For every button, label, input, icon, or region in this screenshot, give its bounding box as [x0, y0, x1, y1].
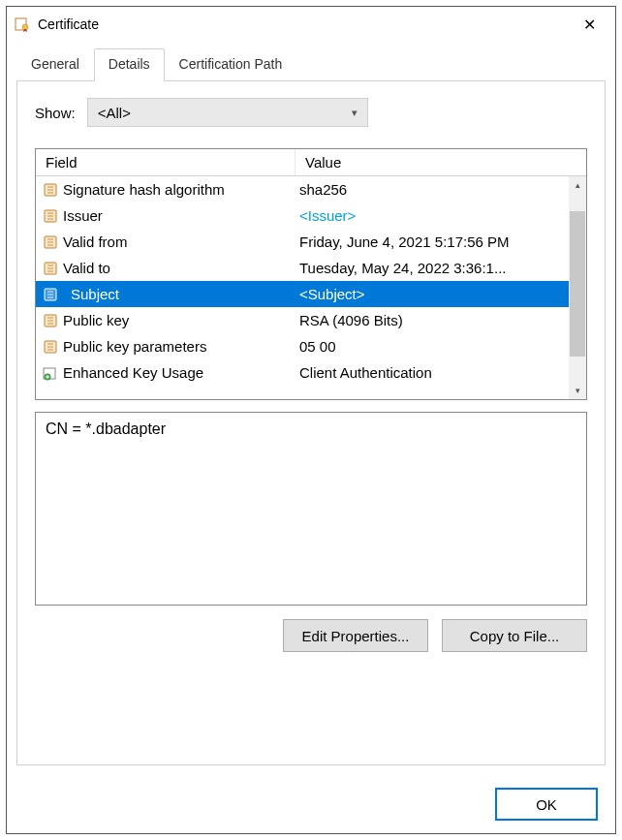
row-field: Public key parameters	[63, 338, 295, 355]
show-label: Show:	[35, 105, 76, 121]
property-icon	[42, 313, 59, 328]
row-value: sha256	[295, 181, 569, 198]
property-icon	[42, 339, 59, 355]
detail-textbox[interactable]: CN = *.dbadapter	[35, 412, 587, 606]
tab-certification-path[interactable]: Certification Path	[165, 48, 297, 80]
extension-icon	[42, 365, 59, 381]
list-row[interactable]: Issuer<Issuer>	[36, 202, 569, 229]
show-selected-value: <All>	[98, 105, 131, 121]
action-row: Edit Properties... Copy to File...	[35, 619, 587, 652]
list-row[interactable]: Signature hash algorithmsha256	[36, 176, 569, 202]
property-icon	[42, 234, 59, 250]
rows-container: Signature hash algorithmsha256Issuer<Iss…	[36, 176, 569, 399]
row-value: Client Authentication	[295, 364, 569, 381]
row-value: <Issuer>	[295, 207, 569, 224]
list-header-row: Field Value	[36, 149, 586, 176]
titlebar: Certificate ✕	[7, 7, 615, 42]
tab-general[interactable]: General	[16, 48, 94, 80]
copy-to-file-button[interactable]: Copy to File...	[442, 619, 587, 652]
row-value: 05 00	[295, 338, 569, 355]
vertical-scrollbar[interactable]: ▴ ▾	[569, 176, 586, 399]
row-field: Subject	[63, 286, 295, 302]
row-value: RSA (4096 Bits)	[295, 312, 569, 328]
row-value: <Subject>	[295, 286, 569, 302]
row-value: Tuesday, May 24, 2022 3:36:1...	[295, 260, 569, 276]
row-value: Friday, June 4, 2021 5:17:56 PM	[295, 233, 569, 250]
list-row[interactable]: Subject<Subject>	[36, 281, 569, 307]
edit-properties-button[interactable]: Edit Properties...	[283, 619, 428, 652]
close-icon: ✕	[583, 16, 596, 34]
ok-button[interactable]: OK	[495, 788, 598, 821]
header-value[interactable]: Value	[295, 149, 586, 175]
dialog-footer: OK	[7, 775, 615, 833]
property-icon	[42, 208, 59, 224]
scroll-thumb[interactable]	[570, 211, 585, 357]
tab-details[interactable]: Details	[94, 48, 165, 81]
close-button[interactable]: ✕	[567, 9, 611, 40]
scroll-down-button[interactable]: ▾	[569, 382, 586, 399]
list-row[interactable]: Public key parameters05 00	[36, 333, 569, 359]
scroll-up-button[interactable]: ▴	[569, 176, 586, 194]
property-icon	[42, 287, 59, 302]
property-icon	[42, 261, 59, 276]
row-field: Issuer	[63, 207, 295, 224]
row-field: Valid to	[63, 260, 295, 276]
tab-strip: General Details Certification Path	[16, 48, 606, 81]
window-title: Certificate	[38, 16, 567, 32]
fields-listbox: Field Value Signature hash algorithmsha2…	[35, 148, 587, 400]
chevron-down-icon: ▾	[352, 107, 358, 119]
list-row[interactable]: Public keyRSA (4096 Bits)	[36, 307, 569, 333]
list-row[interactable]: Enhanced Key UsageClient Authentication	[36, 359, 569, 386]
certificate-window: Certificate ✕ General Details Certificat…	[6, 6, 616, 834]
row-field: Valid from	[63, 233, 295, 250]
list-row[interactable]: Valid toTuesday, May 24, 2022 3:36:1...	[36, 255, 569, 281]
details-panel: Show: <All> ▾ Field Value Signature hash…	[16, 80, 606, 765]
header-field[interactable]: Field	[36, 149, 295, 175]
certificate-icon	[15, 16, 30, 32]
list-row[interactable]: Valid fromFriday, June 4, 2021 5:17:56 P…	[36, 229, 569, 255]
list-scroll-area: Signature hash algorithmsha256Issuer<Iss…	[36, 176, 586, 399]
row-field: Signature hash algorithm	[63, 181, 295, 198]
row-field: Enhanced Key Usage	[63, 364, 295, 381]
show-filter-row: Show: <All> ▾	[35, 98, 587, 127]
content-area: General Details Certification Path Show:…	[7, 42, 615, 775]
row-field: Public key	[63, 312, 295, 328]
show-dropdown[interactable]: <All> ▾	[87, 98, 368, 127]
property-icon	[42, 182, 59, 198]
